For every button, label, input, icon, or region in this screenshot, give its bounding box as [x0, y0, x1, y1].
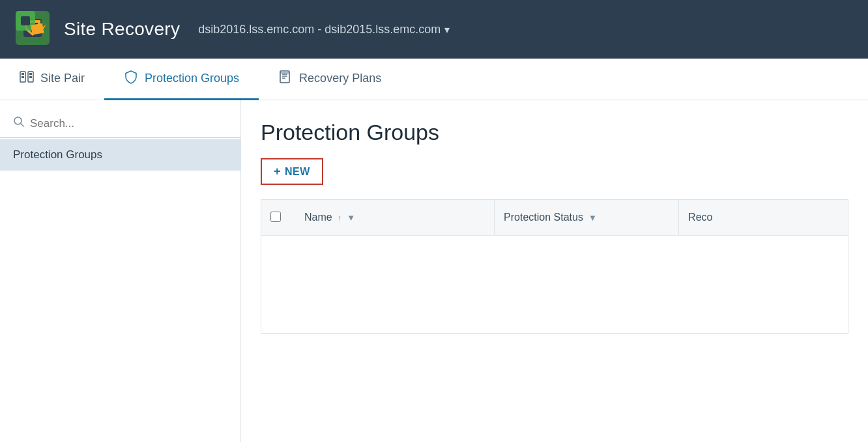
new-button-label: NEW [285, 166, 310, 178]
sidebar-item-label: Protection Groups [13, 148, 102, 161]
new-button[interactable]: + NEW [261, 158, 323, 185]
tab-bar: Site Pair Protection Groups Recovery Pla… [0, 59, 868, 100]
new-plus-icon: + [274, 165, 281, 178]
protection-groups-table: Name ↑ ▼ Protection Status ▼ Reco [261, 199, 848, 334]
connection-dropdown-icon[interactable]: ▾ [444, 23, 450, 36]
tab-protection-groups-label: Protection Groups [145, 72, 239, 85]
status-filter-icon[interactable]: ▼ [588, 213, 597, 223]
col-name-header[interactable]: Name ↑ ▼ [295, 200, 494, 235]
svg-rect-11 [29, 73, 32, 75]
svg-rect-12 [29, 76, 32, 78]
col-checkbox-header [261, 200, 295, 235]
col-name-label: Name [304, 212, 332, 223]
app-logo [13, 8, 52, 50]
site-pair-icon [20, 70, 34, 87]
tab-site-pair[interactable]: Site Pair [0, 59, 104, 100]
search-icon [13, 116, 25, 131]
svg-line-19 [21, 124, 24, 127]
col-status-header[interactable]: Protection Status ▼ [494, 200, 678, 235]
search-container [0, 112, 240, 138]
protection-groups-icon [124, 70, 138, 87]
tab-recovery-plans-label: Recovery Plans [299, 72, 381, 85]
svg-rect-9 [22, 76, 24, 78]
tab-protection-groups[interactable]: Protection Groups [104, 59, 259, 100]
main-area: Protection Groups Protection Groups + NE… [0, 100, 868, 442]
col-status-label: Protection Status [504, 212, 583, 223]
app-title: Site Recovery [64, 19, 180, 40]
page-title: Protection Groups [261, 120, 848, 145]
sidebar-item-protection-groups[interactable]: Protection Groups [0, 139, 240, 171]
recovery-plans-icon [278, 70, 293, 87]
search-input[interactable] [30, 117, 227, 130]
select-all-checkbox[interactable] [270, 212, 281, 222]
table-body [261, 236, 848, 333]
svg-rect-5 [21, 16, 30, 25]
connection-text: dsib2016.lss.emc.com - dsib2015.lss.emc.… [198, 23, 441, 36]
header-connection: dsib2016.lss.emc.com - dsib2015.lss.emc.… [198, 23, 450, 36]
col-recovery-label: Reco [688, 212, 712, 223]
name-sort-asc-icon[interactable]: ↑ [338, 213, 342, 223]
col-recovery-header: Reco [678, 200, 848, 235]
app-header: Site Recovery dsib2016.lss.emc.com - dsi… [0, 0, 868, 59]
svg-rect-8 [22, 73, 24, 75]
tab-recovery-plans[interactable]: Recovery Plans [259, 59, 401, 100]
tab-site-pair-label: Site Pair [40, 72, 85, 85]
name-sort-desc-icon[interactable]: ▼ [347, 213, 355, 223]
table-header: Name ↑ ▼ Protection Status ▼ Reco [261, 200, 848, 236]
sidebar: Protection Groups [0, 100, 241, 442]
content-area: Protection Groups + NEW Name ↑ ▼ Protect… [241, 100, 868, 442]
